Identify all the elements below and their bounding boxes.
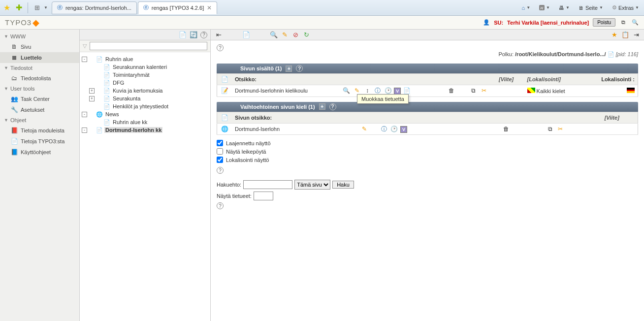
- record-title[interactable]: Dortmund-Iserlohnin kielikoulu: [232, 85, 339, 97]
- dropdown-arrow-icon[interactable]: ▼: [44, 5, 48, 10]
- module-item-asetukset[interactable]: 🔧Asetukset: [0, 104, 79, 115]
- history-icon[interactable]: 🕑: [390, 125, 398, 133]
- tree-node[interactable]: 📄Toimintaryhmät: [82, 71, 208, 79]
- new-after-icon[interactable]: 📄: [403, 87, 411, 95]
- new-content-icon[interactable]: 📄: [221, 75, 228, 83]
- show-records-input[interactable]: [254, 192, 273, 200]
- help-icon[interactable]: ?: [200, 32, 207, 38]
- checkbox-clipboard[interactable]: [217, 148, 223, 155]
- refresh-tree-icon[interactable]: 🔄: [190, 31, 197, 39]
- tab-close-icon[interactable]: ✕: [207, 4, 212, 11]
- module-group-tiedostot[interactable]: ▼Tiedostot: [0, 63, 79, 73]
- browser-tab-inactive[interactable]: ⓔ rengas: Dortmund-Iserloh...: [52, 1, 137, 14]
- page-menu[interactable]: 🗎Seite▼: [576, 4, 606, 12]
- search-scope-select[interactable]: Tämä sivu: [294, 180, 330, 190]
- tree-node[interactable]: +📄Kuvia ja kertomuksia: [82, 87, 208, 95]
- tree-toggle-icon[interactable]: +: [89, 96, 95, 101]
- tree-node[interactable]: -🌐News: [82, 110, 208, 118]
- reload-icon[interactable]: ↻: [302, 31, 310, 39]
- module-item-t3info[interactable]: 📄Tietoja TYPO3:sta: [0, 136, 79, 147]
- collapse-left-icon[interactable]: ⇤: [215, 31, 223, 39]
- move-icon[interactable]: ↕: [363, 87, 371, 95]
- tree-node[interactable]: -📄Dortmund-Iserlohn kk: [82, 126, 208, 134]
- history-icon[interactable]: 🕑: [384, 87, 392, 95]
- delete-icon[interactable]: 🗑: [448, 87, 455, 95]
- tools-menu[interactable]: ⚙Extras▼: [609, 3, 642, 12]
- copy-icon[interactable]: ⧉: [470, 87, 478, 95]
- option-localization[interactable]: Lokalisointi näyttö: [217, 157, 638, 163]
- help-icon[interactable]: ?: [217, 202, 224, 209]
- cut-icon[interactable]: ✂: [480, 87, 488, 95]
- view-icon[interactable]: 🔍: [270, 31, 278, 39]
- help-icon[interactable]: ?: [329, 103, 336, 110]
- delete-icon[interactable]: 🗑: [502, 125, 510, 133]
- edit-icon[interactable]: ✎: [353, 87, 361, 95]
- tree-toolbar: 📄 🔄 ?: [80, 30, 210, 40]
- tree-node[interactable]: -📄Ruhrin alue: [82, 55, 208, 63]
- checkbox-extended[interactable]: [217, 140, 223, 146]
- csv-export-icon[interactable]: 📋: [621, 31, 629, 39]
- filter-icon[interactable]: ▽: [83, 43, 87, 49]
- module-item-taskcenter[interactable]: 👥Task Center: [0, 94, 79, 104]
- logout-button[interactable]: Poistu: [593, 18, 615, 27]
- tree-toggle-icon[interactable]: -: [82, 128, 87, 133]
- tree-node[interactable]: 📄Ruhrin alue kk: [82, 118, 208, 126]
- module-item-tiedostolista[interactable]: 🗂Tiedostolista: [0, 73, 79, 84]
- module-group-usertools[interactable]: ▼User tools: [0, 84, 79, 94]
- help-icon[interactable]: ?: [296, 65, 303, 72]
- module-group-www[interactable]: ▼WWW: [0, 32, 79, 41]
- show-records-label: Näytä tietueet:: [217, 193, 252, 199]
- path-link[interactable]: /root/Kielikoulut/Dortmund-Iserlo.../: [515, 51, 606, 57]
- checkbox-localization[interactable]: [217, 157, 223, 163]
- module-item-sivu[interactable]: 🗎Sivu: [0, 41, 79, 52]
- edit-page-icon[interactable]: ✎: [281, 31, 289, 39]
- globe-icon[interactable]: 🌐: [221, 125, 228, 133]
- edit-icon[interactable]: ✎: [360, 125, 368, 133]
- expand-section-icon[interactable]: +: [286, 65, 292, 72]
- option-clipboard[interactable]: Näytä leikepöytä: [217, 148, 638, 155]
- help-icon[interactable]: ?: [217, 44, 224, 51]
- search-button[interactable]: Haku: [332, 181, 354, 189]
- help-icon[interactable]: ?: [217, 167, 224, 174]
- new-record-icon[interactable]: 📄: [242, 31, 250, 39]
- col-header-ref: [Viite]: [586, 112, 638, 123]
- module-item-modinfo[interactable]: 📕Tietoja moduleista: [0, 125, 79, 136]
- copy-icon[interactable]: ⧉: [546, 125, 554, 133]
- expand-section-icon[interactable]: +: [319, 103, 325, 110]
- tree-node[interactable]: 📄Seurakunnan kalenteri: [82, 63, 208, 71]
- expand-right-icon[interactable]: ⇥: [632, 31, 640, 39]
- lang-flag-de[interactable]: [627, 88, 635, 93]
- version-badge[interactable]: V: [400, 126, 407, 133]
- cache-clear-icon[interactable]: ⊘: [291, 31, 299, 39]
- tree-toggle-icon[interactable]: +: [89, 88, 95, 94]
- print-button[interactable]: 🖶▼: [556, 4, 573, 12]
- tree-filter-input[interactable]: [90, 42, 207, 50]
- new-page-icon[interactable]: 📄: [179, 31, 187, 39]
- tree-toggle-icon[interactable]: -: [82, 57, 87, 62]
- feed-button[interactable]: א▼: [536, 4, 553, 11]
- view-icon[interactable]: 🔍: [343, 87, 351, 95]
- cut-icon[interactable]: ✂: [556, 125, 564, 133]
- version-badge[interactable]: V: [394, 88, 401, 95]
- thumbnails-icon[interactable]: ⊞: [32, 3, 42, 13]
- tree-node[interactable]: 📄DFG: [82, 79, 208, 87]
- favorites-star-icon[interactable]: ★: [2, 3, 12, 13]
- shortcut-icon[interactable]: ★: [611, 31, 618, 39]
- search-input[interactable]: [243, 180, 292, 189]
- module-item-luettelo[interactable]: ≣Luettelo: [0, 52, 79, 63]
- tree-node[interactable]: +📄Seurakunta: [82, 95, 208, 102]
- home-button[interactable]: ⌂▼: [518, 4, 533, 12]
- new-record-icon[interactable]: 📄: [221, 114, 228, 122]
- module-group-ohjeet[interactable]: ▼Ohjeet: [0, 115, 79, 125]
- add-favorites-icon[interactable]: ✚: [14, 3, 24, 13]
- browser-tab-active[interactable]: ⓔ rengas [TYPO3 4.2.6] ✕: [138, 1, 217, 14]
- info-icon[interactable]: ⓘ: [380, 125, 388, 133]
- record-title[interactable]: Dortmund-Iserlohn: [232, 123, 357, 135]
- content-type-icon[interactable]: 📝: [221, 87, 228, 95]
- tree-node[interactable]: 📄Henkilöt ja yhteystiedot: [82, 102, 208, 110]
- option-extended-view[interactable]: Laajennettu näyttö: [217, 140, 638, 146]
- open-new-window-icon[interactable]: ⧉: [619, 19, 627, 27]
- tree-toggle-icon[interactable]: -: [82, 112, 87, 117]
- module-item-manual[interactable]: 📘Käyttöohjeet: [0, 147, 79, 158]
- search-icon[interactable]: 🔍: [631, 19, 639, 27]
